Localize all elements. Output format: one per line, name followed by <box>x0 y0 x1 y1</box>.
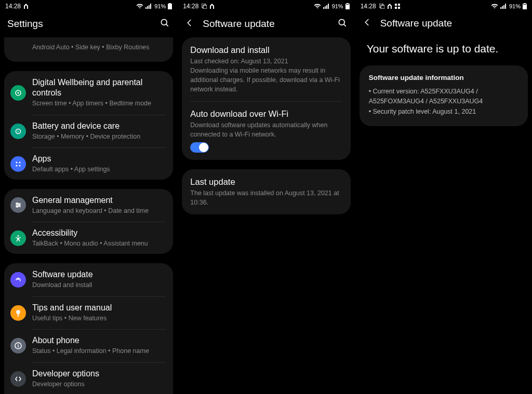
header: Settings <box>0 12 177 37</box>
last-update[interactable]: Last update The last update was installe… <box>182 169 350 214</box>
row-title: Accessibility <box>32 228 166 238</box>
page-title: Software update <box>203 18 274 30</box>
svg-point-24 <box>339 19 344 25</box>
svg-point-16 <box>17 206 18 208</box>
row-subtitle: Status • Legal information • Phone name <box>32 347 166 356</box>
row-subtitle: Screen time • App timers • Bedtime mode <box>32 99 166 108</box>
settings-item-advanced-features[interactable]: Android Auto • Side key • Bixby Routines <box>4 37 173 62</box>
status-time: 14:28 <box>361 3 376 10</box>
svg-rect-22 <box>203 5 207 9</box>
back-icon[interactable] <box>185 18 194 30</box>
statusbar: 14:28 91% <box>178 0 354 12</box>
row-title: Last update <box>190 176 342 187</box>
row-title: Battery and device care <box>32 121 166 131</box>
last-update-card: Last update The last update was installe… <box>182 169 350 214</box>
svg-point-1 <box>162 19 167 25</box>
screenshot-icon <box>379 4 384 9</box>
settings-item-battery[interactable]: Battery and device care Storage • Memory… <box>4 115 173 148</box>
settings-item-software-update[interactable]: Software update Download and install <box>4 263 173 296</box>
row-subtitle: Download software updates automatically … <box>190 120 337 139</box>
svg-line-2 <box>166 24 168 26</box>
apps-icon <box>10 156 26 172</box>
page-title: Software update <box>380 18 452 29</box>
statusbar: 14:28 91% <box>355 0 532 12</box>
svg-point-7 <box>16 161 17 163</box>
notification-icon <box>24 4 28 9</box>
page-title: Settings <box>7 18 43 30</box>
settings-item-developer-options[interactable]: Developer options Developer options <box>4 362 173 394</box>
status-message: Your software is up to date. <box>355 36 532 65</box>
screenshot-icon <box>202 4 207 9</box>
status-battery-pct: 91% <box>154 3 166 9</box>
row-title: Digital Wellbeing and parental controls <box>32 77 166 98</box>
settings-group: Android Auto • Side key • Bixby Routines <box>4 37 173 62</box>
row-title: About phone <box>32 335 166 346</box>
svg-rect-0 <box>168 5 171 9</box>
svg-point-14 <box>17 203 18 205</box>
row-subtitle: Language and keyboard • Date and time <box>32 207 166 216</box>
signal-icon <box>145 4 152 9</box>
svg-point-9 <box>16 165 17 166</box>
auto-download-wifi[interactable]: Auto download over Wi-Fi Download softwa… <box>182 101 350 160</box>
row-title: Auto download over Wi-Fi <box>190 108 337 119</box>
svg-rect-32 <box>523 4 526 5</box>
status-battery-pct: 91% <box>332 3 343 9</box>
battery-icon <box>523 3 527 9</box>
update-info-card: Software update information Current vers… <box>360 65 528 126</box>
svg-rect-19 <box>18 345 19 348</box>
row-title: Software update <box>32 269 166 280</box>
status-battery-pct: 91% <box>509 3 521 9</box>
svg-point-17 <box>18 235 19 237</box>
settings-group: General management Language and keyboard… <box>4 189 173 254</box>
search-icon[interactable] <box>159 18 170 30</box>
software-update-icon <box>10 272 26 288</box>
settings-item-tips[interactable]: Tips and user manual Useful tips • New f… <box>4 296 173 330</box>
settings-item-general-management[interactable]: General management Language and keyboard… <box>4 189 173 222</box>
info-line: Current version: A525FXXU3AUG4 / A525FOX… <box>369 87 518 107</box>
statusbar: 14:28 91% <box>0 0 177 12</box>
wellbeing-icon <box>10 85 26 101</box>
screen-software-update-list: 14:28 91% Software update <box>177 0 354 394</box>
signal-icon <box>323 4 330 9</box>
svg-point-8 <box>19 161 20 163</box>
status-time: 14:28 <box>183 3 198 10</box>
row-title: Tips and user manual <box>32 303 166 313</box>
update-card: Download and install Last checked on: Au… <box>182 37 350 160</box>
header: Software update <box>178 12 354 37</box>
svg-rect-30 <box>395 7 397 9</box>
accessibility-icon <box>10 230 26 246</box>
row-subtitle: Download and install <box>32 281 166 290</box>
notification-icon <box>388 4 392 9</box>
svg-point-10 <box>19 165 20 166</box>
grid-icon <box>395 4 400 9</box>
settings-item-apps[interactable]: Apps Default apps • App settings <box>4 147 173 179</box>
wifi-icon <box>136 4 143 9</box>
svg-point-15 <box>19 205 20 206</box>
svg-rect-27 <box>381 5 384 9</box>
row-title: Download and install <box>190 45 342 56</box>
row-subtitle: Storage • Memory • Device protection <box>32 132 166 142</box>
row-subtitle: The last update was installed on August … <box>190 188 342 207</box>
battery-care-icon <box>10 124 26 139</box>
download-and-install[interactable]: Download and install Last checked on: Au… <box>182 37 350 101</box>
header: Software update <box>355 12 532 36</box>
search-icon[interactable] <box>337 18 348 30</box>
notification-icon <box>210 4 214 9</box>
svg-point-5 <box>17 92 19 93</box>
auto-download-toggle[interactable] <box>190 142 209 153</box>
screen-software-update-status: 14:28 91% Sof <box>355 0 532 394</box>
developer-icon <box>10 371 26 387</box>
row-subtitle: Default apps • App settings <box>32 165 166 174</box>
wifi-icon <box>491 4 498 9</box>
back-icon[interactable] <box>363 18 372 29</box>
settings-item-about-phone[interactable]: About phone Status • Legal information •… <box>4 329 173 362</box>
row-subtitle: Useful tips • New features <box>32 314 166 323</box>
settings-item-accessibility[interactable]: Accessibility TalkBack • Mono audio • As… <box>4 222 173 254</box>
row-title: Apps <box>32 154 166 164</box>
row-subtitle: TalkBack • Mono audio • Assistant menu <box>32 239 166 249</box>
svg-rect-23 <box>346 4 349 5</box>
status-time: 14:28 <box>5 3 21 10</box>
settings-item-digital-wellbeing[interactable]: Digital Wellbeing and parental controls … <box>4 71 173 115</box>
screen-settings: 14:28 91% Settings <box>0 0 177 394</box>
settings-group: Software update Download and install Tip… <box>4 263 173 394</box>
